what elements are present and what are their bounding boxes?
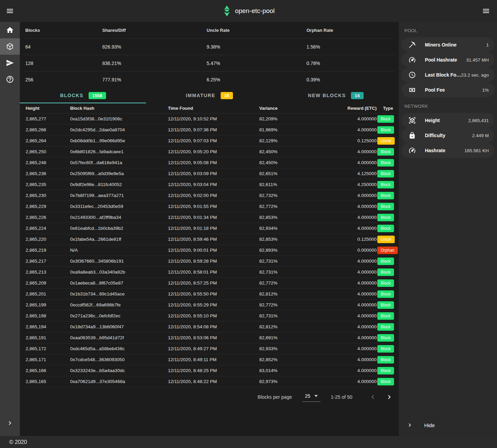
block-cell-hash[interactable]: 0xa9a8eab3...03a340a82b (70, 269, 168, 275)
block-cell-height: 2,865,277 (26, 116, 70, 121)
block-cell-height: 2,865,226 (26, 215, 70, 220)
block-cell-time-found: 12/11/2020, 9:01:18 PM (168, 226, 259, 231)
block-cell-type: Uncle (377, 236, 395, 243)
block-cell-variance: 82,852% (259, 357, 297, 362)
hide-sidebar-button[interactable]: Hide (399, 416, 497, 436)
block-type-badge: Block (377, 203, 394, 210)
tab-new-blocks[interactable]: NEW BLOCKS14 (273, 88, 399, 103)
stats-header-row: BlocksShares/DiffUncle RateOrphan Rate (24, 22, 395, 38)
block-cell-hash[interactable]: 0x18d734a9...13b6060f47 (70, 324, 168, 329)
pager (369, 393, 393, 401)
block-type-badge: Block (377, 367, 394, 374)
block-cell-hash[interactable]: 0x3311efec...20453d0e59 (70, 204, 168, 209)
block-cell-hash[interactable]: 0x21493300...af2ff9ba34 (70, 215, 168, 220)
block-cell-hash[interactable]: 0x2dc4295d...2dae0a8704 (70, 127, 168, 132)
tab-count-badge: 14 (351, 92, 363, 99)
block-cell-hash[interactable]: 0x3f367660...345806b191 (70, 259, 168, 264)
block-cell-reward: 4.000000 (297, 280, 377, 286)
sidebar-item-payments[interactable] (0, 55, 20, 71)
block-cell-height: 2,865,209 (26, 280, 70, 286)
block-cell-height: 2,865,166 (26, 368, 70, 373)
block-cell-height: 2,865,199 (26, 302, 70, 307)
block-cell-variance: 81,969% (259, 127, 297, 132)
block-cell-hash[interactable]: 0x271a236c...0efcfdf2ec (70, 313, 168, 318)
block-cell-hash[interactable]: N/A (70, 248, 168, 253)
stats-value: 777.91% (101, 77, 205, 82)
speedometer-icon (408, 147, 416, 154)
block-cell-height: 2,865,171 (26, 357, 70, 362)
menu-hamburger-right-icon[interactable] (478, 0, 494, 22)
previous-page-button[interactable] (369, 393, 377, 401)
block-cell-reward: 4.000000 (297, 368, 377, 373)
block-cell-type: Block (377, 323, 394, 331)
block-row: 2,865,2660x2dc4295d...2dae0a870412/11/20… (26, 124, 393, 135)
block-cell-hash[interactable]: 0x1fabe54a...2661de81ff (70, 237, 168, 242)
chevron-right-icon (6, 419, 14, 427)
block-cell-hash[interactable]: 0x9df2e98e...811fc40052 (70, 182, 168, 187)
stats-value: 836.21% (101, 61, 205, 66)
block-cell-time-found: 12/11/2020, 9:01:34 PM (168, 215, 259, 220)
block-cell-reward: 4.000000 (297, 313, 377, 318)
block-cell-hash[interactable]: 0xdc465d5a...a58beb436c (70, 346, 168, 351)
blocks-per-page-label: Blocks per page (258, 394, 292, 400)
block-cell-hash[interactable]: 0x6b801826...fa9adcaee1 (70, 149, 168, 154)
block-cell-reward: 4.000000 (297, 259, 377, 264)
block-cell-type: Block (377, 268, 394, 276)
stats-value: 0.78% (305, 61, 395, 66)
block-cell-reward: 4.000000 (297, 204, 377, 209)
page-size-select[interactable]: 25 (302, 393, 321, 402)
block-row: 2,865,1660x3233243e...b5a4aa30dc12/11/20… (26, 365, 393, 376)
block-cell-time-found: 12/11/2020, 9:02:00 PM (168, 193, 259, 198)
block-type-badge: Block (377, 148, 394, 156)
stat-value: 185.561 KH (465, 148, 489, 153)
block-cell-hash[interactable]: 0x7b8f7199...aea377a271 (70, 193, 168, 198)
sidebar-expand-button[interactable] (0, 415, 20, 431)
app-root: open-etc-pool BlocksSha (0, 0, 497, 448)
sidebar-item-home[interactable] (0, 22, 20, 38)
block-cell-hash[interactable]: 0x61eabfcd...1b0cba39b2 (70, 226, 168, 231)
home-icon (6, 26, 14, 34)
block-cell-hash[interactable]: 0x1b31b734...69c1d45ace (70, 291, 168, 297)
block-cell-hash[interactable]: 0xb08dd0b1...99e066d95e (70, 138, 168, 143)
block-cell-hash[interactable]: 0xaa063539...b95d41d72f (70, 335, 168, 340)
block-cell-type: Block (377, 367, 394, 374)
block-cell-hash[interactable]: 0x3233243e...b5a4aa30dc (70, 368, 168, 373)
copyright-label: © 2020 (9, 439, 27, 445)
lock-icon (408, 132, 416, 139)
block-cell-hash[interactable]: 0x57fec60f...da616e941a (70, 160, 168, 165)
block-cell-hash[interactable]: 0x7cdce548...3636093050 (70, 357, 168, 362)
tab-immature[interactable]: IMMATURE16 (146, 88, 272, 103)
block-cell-hash[interactable]: 0x1aebeca8...8f67c05e87 (70, 280, 168, 286)
block-cell-hash[interactable]: 0xa15d3f38...0e31f1908c (70, 116, 168, 121)
block-cell-hash[interactable]: 0xccdf562f...69a698b7fe (70, 302, 168, 307)
block-cell-reward: 4.000000 (297, 269, 377, 275)
block-row: 2,865,2200x1fabe54a...2661de81ff12/11/20… (26, 234, 393, 245)
sidebar-item-blocks[interactable] (0, 38, 20, 55)
etc-logo-icon (222, 5, 231, 16)
dropdown-caret-icon (314, 395, 318, 397)
block-row: 2,865,2480x57fec60f...da616e941a12/11/20… (26, 157, 393, 168)
stats-value: 9.38% (205, 44, 305, 50)
block-cell-hash[interactable]: 0xa70621d9...37e305468a (70, 379, 168, 384)
sidebar-item-help[interactable] (0, 71, 20, 88)
block-cell-hash[interactable]: 0x25095f69...a0d39e9e5a (70, 171, 168, 176)
main-panel: BlocksShares/DiffUncle RateOrphan Rate 6… (20, 22, 399, 436)
tab-label: NEW BLOCKS (308, 93, 346, 98)
blocks-column-header-time-found: Time Found (168, 106, 259, 111)
block-type-badge: Block (377, 258, 394, 265)
block-cell-time-found: 12/11/2020, 8:55:10 PM (168, 313, 259, 318)
block-cell-type: Block (377, 126, 394, 134)
tab-blocks[interactable]: BLOCKS1558 (20, 88, 146, 103)
block-type-badge: Block (377, 192, 394, 199)
menu-hamburger-left-icon[interactable] (0, 0, 20, 22)
block-type-badge: Uncle (377, 137, 395, 145)
block-cell-type: Block (377, 159, 394, 167)
chevron-right-icon (406, 422, 413, 429)
block-cell-height: 2,865,224 (26, 226, 70, 231)
next-page-button[interactable] (385, 393, 393, 401)
block-row: 2,865,1910xaa063539...b95d41d72f12/11/20… (26, 332, 393, 343)
block-cell-type: Block (377, 301, 394, 309)
blocks-table: HeightBlock HashTime FoundVarianceReward… (20, 103, 399, 387)
speedometer-icon (408, 56, 416, 64)
block-cell-height: 2,865,250 (26, 149, 70, 154)
